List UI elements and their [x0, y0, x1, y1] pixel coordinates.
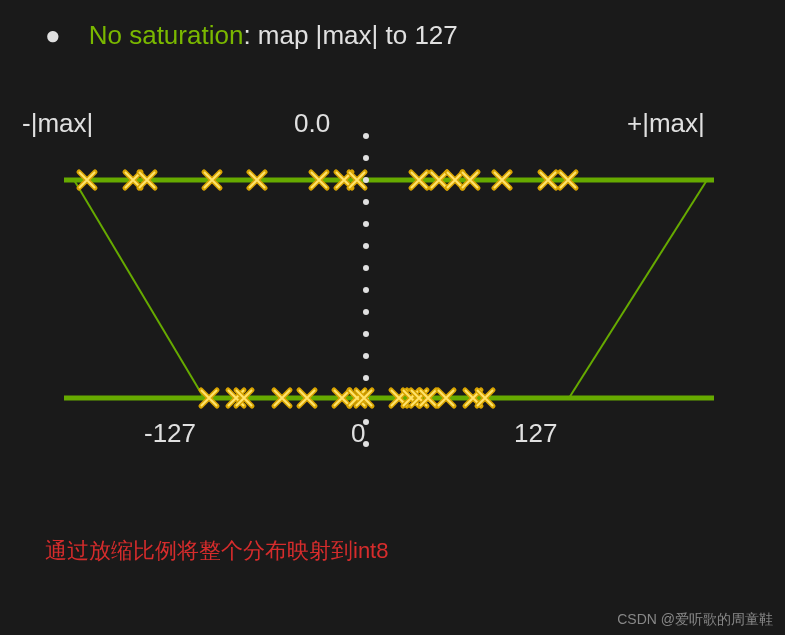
- header-rest: : map |max| to 127: [243, 20, 457, 50]
- svg-point-5: [363, 243, 369, 249]
- svg-point-13: [363, 419, 369, 425]
- caption-text: 通过放缩比例将整个分布映射到int8: [45, 536, 388, 566]
- header-highlight: No saturation: [89, 20, 244, 50]
- svg-point-2: [363, 177, 369, 183]
- svg-point-1: [363, 155, 369, 161]
- svg-point-7: [363, 287, 369, 293]
- svg-point-10: [363, 353, 369, 359]
- bullet-icon: ●: [45, 20, 61, 51]
- svg-point-8: [363, 309, 369, 315]
- svg-point-6: [363, 265, 369, 271]
- map-line-left: [74, 180, 204, 398]
- svg-point-3: [363, 199, 369, 205]
- watermark-text: CSDN @爱听歌的周童鞋: [617, 611, 773, 629]
- svg-point-11: [363, 375, 369, 381]
- svg-point-9: [363, 331, 369, 337]
- svg-point-14: [363, 441, 369, 447]
- svg-point-0: [363, 133, 369, 139]
- diagram-svg: [14, 108, 774, 468]
- header-bullet: ● No saturation: map |max| to 127: [45, 20, 458, 51]
- map-line-right: [569, 180, 707, 398]
- svg-point-4: [363, 221, 369, 227]
